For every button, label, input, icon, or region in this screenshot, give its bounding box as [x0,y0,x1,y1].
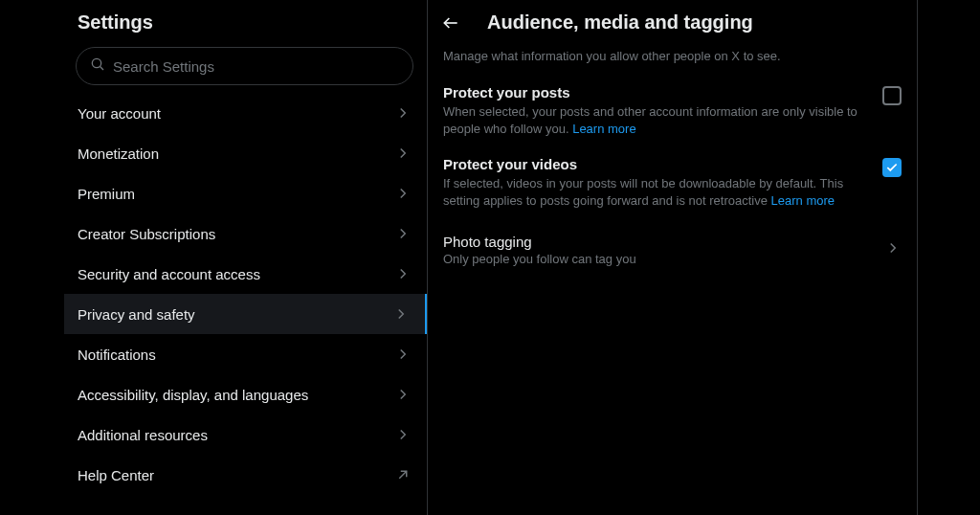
nav-label: Security and account access [78,266,260,282]
protect-posts-checkbox[interactable] [882,86,902,105]
nav-label: Your account [78,105,161,122]
chevron-right-icon [392,305,410,323]
chevron-right-icon [394,104,412,122]
chevron-right-icon [394,145,412,162]
settings-heading: Settings [64,8,427,47]
nav-security-access[interactable]: Security and account access [64,254,427,294]
nav-label: Creator Subscriptions [78,226,215,242]
settings-nav: Your account Monetization Premium Creato… [64,93,427,495]
setting-protect-videos: Protect your videos If selected, videos … [428,152,917,224]
nav-label: Help Center [78,467,154,483]
settings-sidebar: Settings Your account Monetization Premi… [64,0,428,515]
photo-tagging-row[interactable]: Photo tagging Only people you follow can… [428,224,917,278]
svg-point-0 [92,58,100,67]
detail-subtitle: Manage what information you allow other … [428,43,917,80]
right-gutter [918,0,980,515]
search-input[interactable] [113,58,399,75]
setting-protect-posts: Protect your posts When selected, your p… [428,80,917,152]
learn-more-link[interactable]: Learn more [572,122,635,136]
nav-creator-subscriptions[interactable]: Creator Subscriptions [64,213,427,254]
nav-monetization[interactable]: Monetization [64,133,427,173]
nav-label: Notifications [78,347,156,363]
nav-help-center[interactable]: Help Center [64,455,427,495]
chevron-right-icon [394,386,412,403]
left-gutter [0,0,64,515]
nav-your-account[interactable]: Your account [64,93,427,133]
nav-accessibility-display[interactable]: Accessibility, display, and languages [64,374,427,414]
nav-label: Additional resources [78,427,208,443]
search-box[interactable] [76,47,413,85]
nav-privacy-safety[interactable]: Privacy and safety [64,294,427,334]
detail-header: Audience, media and tagging [428,8,917,43]
search-icon [90,56,105,76]
back-button[interactable] [441,13,460,33]
nav-label: Premium [78,186,135,202]
chevron-right-icon [394,225,412,242]
protect-posts-desc: When selected, your posts and other acco… [443,103,871,137]
chevron-right-icon [394,426,412,443]
svg-line-1 [100,67,103,70]
detail-panel: Audience, media and tagging Manage what … [428,0,918,515]
chevron-right-icon [394,265,412,282]
photo-tagging-subtitle: Only people you follow can tag you [443,252,636,266]
nav-notifications[interactable]: Notifications [64,334,427,374]
photo-tagging-title: Photo tagging [443,234,636,250]
protect-videos-desc: If selected, videos in your posts will n… [443,175,871,209]
learn-more-link[interactable]: Learn more [771,193,835,208]
nav-additional-resources[interactable]: Additional resources [64,414,427,455]
svg-line-2 [399,471,407,479]
external-link-icon [394,466,412,483]
chevron-right-icon [394,185,412,202]
nav-label: Monetization [78,146,159,162]
chevron-right-icon [884,239,902,260]
protect-videos-title: Protect your videos [443,156,871,172]
detail-title: Audience, media and tagging [487,11,753,34]
protect-videos-checkbox[interactable] [882,158,902,177]
search-container [64,47,427,93]
protect-posts-title: Protect your posts [443,84,871,101]
nav-premium[interactable]: Premium [64,173,427,213]
nav-label: Privacy and safety [78,306,195,323]
nav-label: Accessibility, display, and languages [78,387,308,403]
chevron-right-icon [394,346,412,363]
